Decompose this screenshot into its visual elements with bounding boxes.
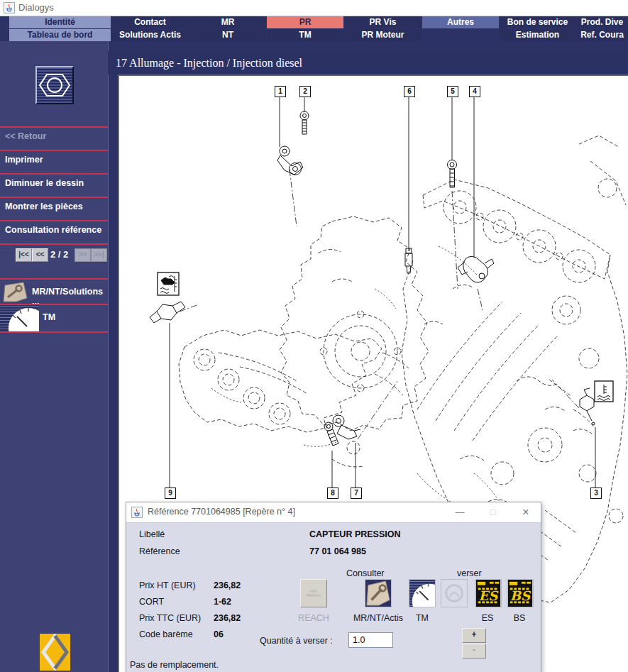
callout-2[interactable]: 2 [299, 86, 311, 97]
group-header-verser: verser [457, 568, 482, 578]
java-icon [131, 507, 143, 518]
gauge-icon [0, 305, 39, 331]
separator [0, 278, 108, 280]
reach-label: REACH [298, 613, 329, 623]
tab-solutions-actis[interactable]: Solutions Actis [111, 29, 189, 41]
next-page-button[interactable]: >> [75, 248, 91, 262]
tab-identite[interactable]: Identité [9, 16, 111, 28]
sidebar-item-imprimer[interactable]: Imprimer [5, 155, 104, 165]
separator [0, 126, 108, 128]
tab-mr[interactable]: MR [189, 16, 266, 28]
callout-8[interactable]: 8 [327, 488, 338, 499]
field-label: Libellé [139, 529, 165, 539]
sidebar-item-retour[interactable]: << Retour [5, 131, 104, 141]
svg-text:ES: ES [479, 588, 500, 603]
callout-1[interactable]: 1 [275, 86, 286, 97]
callout-5[interactable]: 5 [447, 86, 458, 97]
java-icon [4, 2, 15, 13]
first-page-button[interactable]: |<< [16, 248, 32, 262]
separator [0, 197, 108, 198]
reference-dialog: Référence 7701064985 [Repère n° 4] — □ ×… [126, 502, 541, 672]
field-label: Prix HT (EUR) [139, 580, 196, 590]
field-label: Référence [139, 546, 180, 556]
separator [0, 243, 108, 245]
field-label: Prix TTC (EUR) [139, 613, 201, 623]
sidebar-item-montrer-les-pieces[interactable]: Montrer les pièces [5, 202, 104, 211]
prev-page-button[interactable]: << [32, 248, 48, 262]
field-value-libelle: CAPTEUR PRESSION [309, 529, 401, 539]
callout-7[interactable]: 7 [351, 488, 362, 499]
tab-autres[interactable]: Autres [422, 16, 499, 28]
es-label: ES [482, 613, 494, 623]
tab-bon-de-service[interactable]: Bon de service [500, 16, 575, 28]
callout-3[interactable]: 3 [590, 488, 602, 499]
field-label: CORT [139, 597, 164, 607]
mr-nt-actis-label: MR/NT/Actis [353, 613, 403, 623]
tab-pr-moteur[interactable]: PR Moteur [344, 29, 422, 41]
field-value-code-bareme: 06 [214, 629, 224, 639]
tab-ref-courantes[interactable]: Ref. Coura [576, 29, 628, 41]
tab-nt[interactable]: NT [189, 29, 266, 41]
mr-nt-actis-button[interactable] [365, 579, 392, 607]
bs-label: BS [514, 613, 526, 623]
field-value-cort: 1-62 [214, 597, 231, 607]
separator [0, 331, 108, 333]
sidebar-item-consultation-reference[interactable]: Consultation référence [5, 225, 104, 235]
minimize-icon[interactable]: — [449, 505, 470, 519]
tab-empty-cell [422, 29, 499, 41]
es-catalog-button[interactable]: ES [475, 579, 502, 607]
quantity-plus-button[interactable]: + [462, 628, 486, 643]
page-indicator: 2 / 2 [50, 249, 68, 260]
tm-label: TM [416, 613, 429, 623]
bs-catalog-button[interactable]: BS [507, 579, 534, 607]
renault-diamond-logo [40, 634, 70, 671]
last-page-button[interactable]: >>| [91, 248, 107, 262]
sidebar-item-diminuer-le-dessin[interactable]: Diminuer le dessin [5, 178, 104, 188]
tab-tm[interactable]: TM [267, 29, 343, 41]
quantity-label: Quantité à verser : [260, 636, 333, 646]
callout-4[interactable]: 4 [469, 86, 480, 97]
quantity-minus-button[interactable]: - [462, 644, 486, 659]
tab-contact[interactable]: Contact [111, 16, 189, 28]
tab-prod-divers[interactable]: Prod. Dive [576, 16, 628, 28]
hex-nut-logo [35, 66, 74, 104]
window-title: Dialogys [18, 2, 54, 13]
svg-text:BS: BS [510, 588, 531, 603]
maximize-icon[interactable]: □ [483, 505, 504, 519]
close-icon[interactable]: × [515, 505, 536, 519]
dialog-title: Référence 7701064985 [Repère n° 4] [148, 507, 295, 517]
sidebar: << Retour Imprimer Diminuer le dessin Mo… [0, 41, 109, 672]
page-title: 17 Allumage - Injection / Injection dies… [108, 51, 628, 75]
wrench-doc-icon [2, 281, 28, 303]
reach-button[interactable]: HWREACH [300, 579, 327, 607]
coil-button-disabled[interactable] [441, 579, 468, 607]
sidebar-shortcut-tm[interactable]: TM [43, 312, 55, 322]
tab-pr[interactable]: PR [267, 16, 343, 28]
tm-button[interactable] [409, 579, 436, 607]
callout-9[interactable]: 9 [165, 488, 176, 499]
field-label: Code barème [139, 629, 193, 639]
window-titlebar: Dialogys [0, 0, 628, 16]
tab-estimation[interactable]: Estimation [500, 29, 575, 41]
separator [0, 150, 108, 151]
quantity-input[interactable] [348, 632, 393, 648]
separator [0, 220, 108, 221]
field-value-prix-ht: 236,82 [214, 580, 241, 590]
field-value-prix-ttc: 236,82 [214, 613, 241, 623]
separator [0, 173, 108, 175]
group-header-consulter: Consulter [346, 568, 385, 578]
callout-6[interactable]: 6 [404, 86, 415, 97]
coolant-temp-icon [595, 381, 613, 402]
tab-tableau-de-bord[interactable]: Tableau de bord [9, 29, 111, 41]
dialog-titlebar[interactable]: Référence 7701064985 [Repère n° 4] — □ × [126, 502, 541, 523]
replacement-note: Pas de remplacement. [130, 660, 219, 670]
oil-level-icon [158, 272, 179, 295]
field-value-reference: 77 01 064 985 [309, 546, 366, 556]
tab-pr-vis[interactable]: PR Vis [344, 16, 422, 28]
